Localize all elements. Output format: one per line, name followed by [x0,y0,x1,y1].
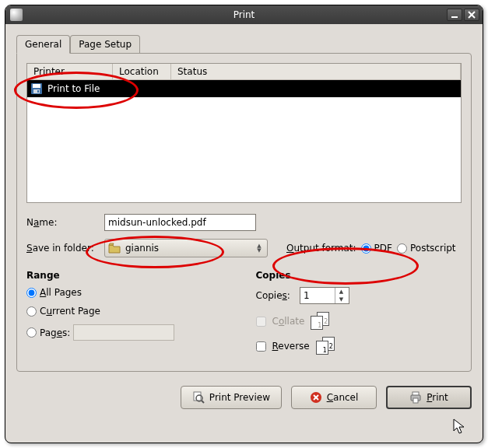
folder-value: giannis [125,243,255,254]
reverse-label: Reverse [272,341,310,352]
radio-pages[interactable]: Pages: [26,324,233,341]
printer-row-print-to-file[interactable]: Print to File [27,80,461,97]
range-section: Range All Pages Current Page Pages: [26,270,233,362]
printer-row-label: Print to File [47,83,100,94]
radio-postscript[interactable]: Postscript [397,243,456,254]
svg-rect-0 [451,16,458,18]
radio-pdf[interactable]: PDF [361,243,392,254]
output-format-group: Output format: PDF Postscript [286,243,462,254]
bottom-sections: Range All Pages Current Page Pages: Copi… [26,270,462,362]
collate-checkbox [256,317,266,327]
svg-rect-6 [37,90,39,93]
col-printer[interactable]: Printer [27,64,113,79]
cancel-label: Cancel [327,392,359,403]
magnifier-icon [192,391,205,404]
print-preview-button[interactable]: Print Preview [181,386,282,409]
col-status[interactable]: Status [171,64,461,79]
minimize-icon [451,12,458,18]
svg-line-9 [202,401,204,403]
window-buttons [445,9,479,21]
print-preview-label: Print Preview [209,392,270,403]
copies-label: Copies: [256,290,290,301]
collate-label: Collate [272,316,305,327]
collate-row: Collate 2 1 [256,312,462,331]
folder-icon [108,243,121,254]
tab-general[interactable]: General [16,35,70,54]
close-button[interactable] [464,9,479,21]
name-label: Name: [26,217,104,228]
reverse-checkbox[interactable] [256,341,266,352]
tab-content: Printer Location Status Print to File Na… [16,53,472,372]
folder-combo[interactable]: giannis ▲▼ [104,239,268,257]
form-grid: Name: Save in folder: giannis ▲▼ [26,214,462,257]
output-format-label: Output format: [286,243,356,254]
range-title: Range [26,270,233,281]
cancel-icon [310,391,322,404]
svg-rect-4 [33,84,40,88]
copies-title: Copies [256,270,462,281]
printer-icon [409,391,422,404]
button-bar: Print Preview Cancel Print [5,380,483,409]
save-icon [30,82,43,95]
radio-current-page[interactable]: Current Page [26,306,233,317]
reverse-row[interactable]: Reverse 2 1 [256,337,462,355]
col-location[interactable]: Location [113,64,171,79]
folder-label: Save in folder: [26,243,104,254]
print-label: Print [427,392,448,403]
combo-spinner-icon: ▲▼ [255,243,264,253]
dialog-body: General Page Setup Printer Location Stat… [5,24,483,380]
copies-input[interactable] [300,288,335,303]
close-icon [468,11,476,19]
tab-page-setup[interactable]: Page Setup [70,35,140,53]
print-dialog: Print General Page Setup Printer Locatio… [5,5,483,443]
copies-down[interactable]: ▼ [335,296,347,303]
copies-section: Copies Copies: ▲▼ Collate 2 1 [256,270,462,362]
collate-pages-icon: 2 1 [311,312,331,331]
print-button[interactable]: Print [386,386,472,409]
svg-rect-15 [413,398,418,403]
tab-bar: General Page Setup [16,35,472,53]
pages-input[interactable] [73,324,174,341]
name-input[interactable] [104,214,256,231]
copies-spinbox[interactable]: ▲▼ [300,287,349,304]
printer-list: Printer Location Status Print to File [26,63,462,203]
cancel-button[interactable]: Cancel [291,386,377,409]
titlebar: Print [5,5,483,24]
printer-list-header: Printer Location Status [27,64,461,80]
copies-up[interactable]: ▲ [335,288,347,296]
window-title: Print [5,9,483,20]
app-icon [10,9,23,21]
radio-all-pages[interactable]: All Pages [26,287,233,298]
minimize-button[interactable] [447,9,462,21]
reverse-pages-icon: 2 1 [316,337,336,355]
